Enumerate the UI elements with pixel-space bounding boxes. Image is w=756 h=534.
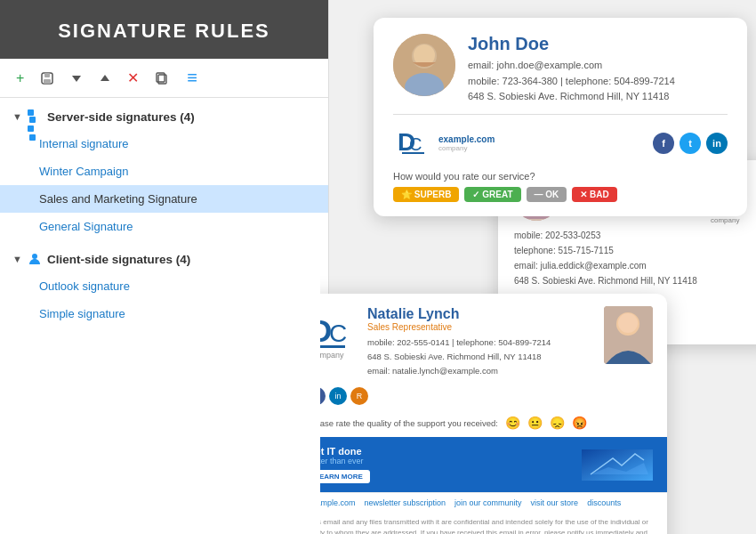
company-label: company bbox=[438, 144, 495, 152]
rating-superb[interactable]: ⭐ SUPERB bbox=[393, 187, 459, 202]
tree-item-simple[interactable]: Simple signature bbox=[0, 300, 328, 328]
julia-email: email: julia.eddick@example.com bbox=[514, 258, 698, 273]
twitter-icon[interactable]: t bbox=[680, 133, 701, 154]
natalie-footer-links: example.com newsletter subscription join… bbox=[320, 492, 667, 513]
card-john: John Doe email: john.doe@example.com mob… bbox=[374, 18, 747, 216]
john-rating: How would you rate our service? ⭐ SUPERB… bbox=[393, 171, 728, 202]
john-company: D C example.com company bbox=[393, 124, 495, 164]
john-rating-question: How would you rate our service? bbox=[393, 171, 728, 182]
natalie-facebook-icon[interactable]: f bbox=[320, 387, 326, 405]
card-natalie: D C company Natalie Lynch Sales Represen… bbox=[320, 294, 667, 534]
natalie-banner-sub: faster than ever bbox=[320, 457, 370, 465]
john-mobile: mobile: 723-364-380 | telephone: 504-899… bbox=[468, 74, 675, 90]
natalie-disclaimer: This email and any files transmitted wit… bbox=[320, 513, 667, 534]
natalie-email: email: natalie.lynch@example.com bbox=[367, 364, 593, 378]
server-side-group-label: Server-side signatures (4) bbox=[47, 110, 195, 124]
server-side-group-header[interactable]: ▼ Server-side signatures (4) bbox=[0, 103, 328, 130]
svg-point-7 bbox=[32, 254, 37, 259]
svg-text:company: company bbox=[711, 216, 739, 224]
save-button[interactable] bbox=[36, 69, 58, 87]
john-rating-buttons: ⭐ SUPERB ✓ GREAT — OK ✕ BAD bbox=[393, 187, 728, 202]
company-logo-icon: D C bbox=[393, 124, 433, 164]
more-button[interactable]: ≡ bbox=[183, 66, 201, 90]
svg-rect-27 bbox=[320, 345, 345, 348]
john-divider bbox=[393, 114, 728, 115]
emoji-1: 😊 bbox=[505, 416, 520, 430]
emoji-2: 😐 bbox=[527, 416, 543, 430]
tree-item-internal[interactable]: Internal signature bbox=[0, 130, 328, 158]
svg-text:company: company bbox=[320, 351, 344, 360]
natalie-linkedin-icon[interactable]: in bbox=[329, 387, 347, 405]
rating-great[interactable]: ✓ GREAT bbox=[464, 187, 520, 202]
svg-marker-3 bbox=[72, 76, 81, 82]
client-side-group-header[interactable]: ▼ Client-side signatures (4) bbox=[0, 246, 328, 272]
natalie-name: Natalie Lynch bbox=[367, 306, 593, 322]
left-panel: SIGNATURE RULES + ✕ ≡ ▼ Server-sid bbox=[0, 0, 329, 534]
footer-link-store[interactable]: visit our store bbox=[531, 498, 579, 507]
julia-mobile: mobile: 202-533-0253 bbox=[514, 228, 698, 243]
rating-ok[interactable]: — OK bbox=[527, 187, 567, 202]
person-icon bbox=[28, 252, 42, 266]
natalie-mobile: mobile: 202-555-0141 | telephone: 504-89… bbox=[367, 336, 593, 350]
grid-icon bbox=[28, 109, 42, 124]
move-down-button[interactable] bbox=[67, 70, 86, 86]
svg-marker-4 bbox=[101, 75, 109, 81]
svg-text:C: C bbox=[409, 134, 422, 154]
john-name: John Doe bbox=[468, 34, 675, 54]
tree-item-winter[interactable]: Winter Campaign bbox=[0, 158, 328, 185]
svg-rect-1 bbox=[44, 73, 50, 77]
natalie-address: 648 S. Sobieski Ave. Richmond Hill, NY 1… bbox=[367, 350, 593, 364]
svg-rect-15 bbox=[402, 152, 424, 154]
delete-button[interactable]: ✕ bbox=[124, 68, 142, 88]
footer-link-website[interactable]: example.com bbox=[320, 498, 356, 507]
avatar-natalie bbox=[604, 306, 653, 364]
rating-bad[interactable]: ✕ BAD bbox=[572, 187, 616, 202]
john-email: email: john.doe@example.com bbox=[468, 58, 675, 74]
svg-point-31 bbox=[618, 313, 638, 333]
john-social: f t in bbox=[653, 133, 728, 154]
natalie-company-logo: D C company bbox=[320, 306, 357, 368]
natalie-banner-image bbox=[582, 449, 653, 481]
add-button[interactable]: + bbox=[12, 69, 28, 88]
panel-title: SIGNATURE RULES bbox=[58, 20, 270, 42]
facebook-icon[interactable]: f bbox=[653, 133, 674, 154]
natalie-banner: Get IT done faster than ever LEARN MORE bbox=[320, 437, 667, 492]
emoji-3: 😞 bbox=[550, 416, 565, 430]
tree-item-sales[interactable]: Sales and Marketing Signature bbox=[0, 185, 328, 213]
svg-rect-2 bbox=[44, 79, 51, 84]
preview-area: John Doe email: john.doe@example.com mob… bbox=[320, 0, 756, 534]
move-up-button[interactable] bbox=[95, 70, 115, 86]
julia-telephone: telephone: 515-715-7115 bbox=[514, 243, 698, 258]
footer-link-community[interactable]: join our community bbox=[454, 498, 522, 507]
tree-item-general[interactable]: General Signature bbox=[0, 213, 328, 240]
avatar-john bbox=[393, 34, 455, 96]
footer-link-newsletter[interactable]: newsletter subscription bbox=[365, 498, 446, 507]
panel-header: SIGNATURE RULES bbox=[0, 0, 328, 59]
footer-link-discounts[interactable]: discounts bbox=[587, 498, 621, 507]
toolbar: + ✕ ≡ bbox=[0, 59, 328, 98]
john-address: 648 S. Sobieski Ave. Richmond Hill, NY 1… bbox=[468, 89, 675, 105]
chevron-down-icon: ▼ bbox=[12, 111, 22, 122]
natalie-rating-row: Please rate the quality of the support y… bbox=[320, 412, 667, 437]
emoji-4: 😡 bbox=[572, 416, 587, 430]
natalie-role: Sales Representative bbox=[367, 322, 593, 332]
natalie-rating-text: Please rate the quality of the support y… bbox=[320, 418, 498, 428]
chevron-down-icon-2: ▼ bbox=[12, 254, 22, 264]
copy-button[interactable] bbox=[151, 69, 173, 87]
tree-item-outlook[interactable]: Outlook signature bbox=[0, 272, 328, 300]
julia-address: 648 S. Sobieski Ave. Richmond Hill, NY 1… bbox=[514, 273, 698, 288]
john-website: example.com bbox=[438, 134, 495, 144]
natalie-other-icon[interactable]: R bbox=[350, 387, 368, 405]
natalie-banner-text: Get IT done bbox=[320, 446, 370, 457]
linkedin-icon[interactable]: in bbox=[706, 133, 728, 154]
tree-section: ▼ Server-side signatures (4) Internal si… bbox=[0, 98, 328, 333]
learn-more-button[interactable]: LEARN MORE bbox=[320, 470, 370, 483]
client-side-group-label: Client-side signatures (4) bbox=[47, 253, 190, 266]
svg-text:C: C bbox=[329, 320, 347, 347]
